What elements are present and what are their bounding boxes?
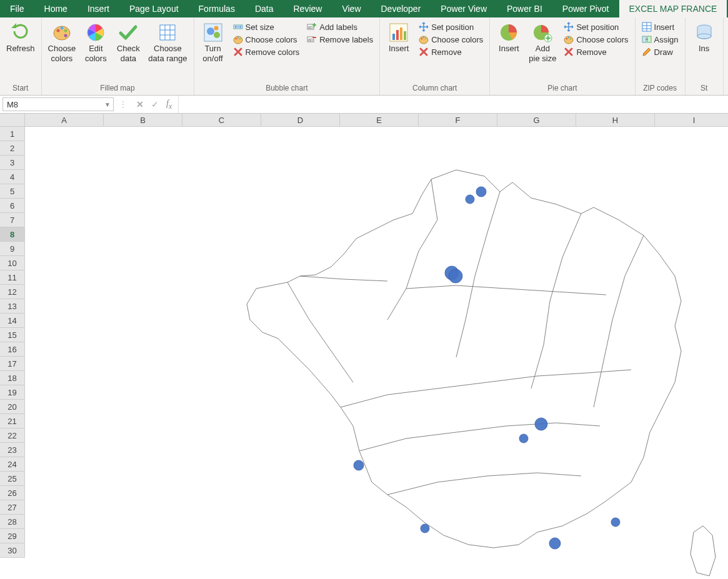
row-header[interactable]: 11 [0,270,25,285]
tab-power-bi[interactable]: Power BI [497,0,552,17]
bubble-remove-colors-button[interactable]: Remove colors [231,46,302,57]
column-header[interactable]: F [419,114,497,127]
row-header[interactable]: 6 [0,199,25,213]
bubble-point[interactable] [421,524,429,533]
row-header[interactable]: 26 [0,486,25,500]
row-header[interactable]: 28 [0,515,25,529]
group-shapes-label: St [689,82,719,94]
tab-excel-map-france[interactable]: EXCEL MAP FRANCE [619,0,727,17]
row-header[interactable]: 25 [0,472,25,486]
choose-colors-button[interactable]: Choose colors [46,20,79,64]
column-header[interactable]: D [261,114,340,127]
pie-add-size-button[interactable]: Add pie size [526,20,559,64]
bubble-point[interactable] [476,187,486,197]
tab-page-layout[interactable]: Page Layout [119,0,189,17]
check-data-button[interactable]: Check data [113,20,143,64]
tab-data[interactable]: Data [245,0,284,17]
formula-input[interactable] [178,96,728,113]
row-header[interactable]: 24 [0,457,25,472]
tab-review[interactable]: Review [284,0,332,17]
bubble-turn-onoff-button[interactable]: Turn on/off [198,20,228,64]
row-header[interactable]: 12 [0,285,25,299]
row-header[interactable]: 20 [0,400,25,414]
row-header[interactable]: 15 [0,328,25,342]
row-header[interactable]: 30 [0,543,25,558]
row-header[interactable]: 7 [0,213,25,227]
row-header[interactable]: 21 [0,414,25,428]
row-header[interactable]: 8 [0,227,25,242]
bubble-point[interactable] [535,418,547,430]
enter-check-icon[interactable]: ✓ [151,99,159,109]
tab-home[interactable]: Home [34,0,77,17]
tab-view[interactable]: View [332,0,371,17]
bubble-remove-labels-button[interactable]: abRemove labels [304,34,376,45]
bubble-set-size-button[interactable]: Set size [231,21,302,32]
zip-draw-button[interactable]: Draw [639,46,681,57]
remove-x-icon [233,47,243,57]
tab-formulas[interactable]: Formulas [189,0,245,17]
row-header[interactable]: 27 [0,500,25,515]
row-header[interactable]: 3 [0,156,25,170]
row-header[interactable]: 5 [0,184,25,199]
column-header[interactable]: A [25,114,104,127]
row-header[interactable]: 23 [0,443,25,457]
row-header[interactable]: 2 [0,141,25,156]
row-header[interactable]: 16 [0,342,25,357]
zip-insert-button[interactable]: Insert [639,21,681,32]
bubble-point[interactable] [519,434,528,443]
tab-power-pivot[interactable]: Power Pivot [552,0,619,17]
row-header[interactable]: 4 [0,170,25,184]
select-all-corner[interactable] [0,114,25,127]
palette-icon [52,22,72,42]
row-header[interactable]: 17 [0,357,25,371]
column-header[interactable]: G [497,114,576,127]
pencil-icon [642,47,652,57]
row-header[interactable]: 22 [0,428,25,443]
column-insert-button[interactable]: Insert [384,20,414,55]
row-header[interactable]: 9 [0,242,25,256]
zip-assign-button[interactable]: Assign [639,34,681,45]
bubble-point[interactable] [549,538,561,549]
column-header[interactable]: E [340,114,419,127]
fx-icon[interactable]: fx [166,99,172,111]
bubble-choose-colors-button[interactable]: Choose colors [231,34,302,45]
bubble-point[interactable] [611,518,620,527]
tab-power-view[interactable]: Power View [431,0,497,17]
tab-developer[interactable]: Developer [371,0,431,17]
row-header[interactable]: 14 [0,314,25,328]
bubble-point[interactable] [466,195,474,204]
column-header[interactable]: I [655,114,728,127]
column-headers: ABCDEFGHI [25,114,728,127]
edit-colors-button[interactable]: Edit colors [81,20,111,64]
bubble-point[interactable] [354,460,364,470]
france-map-chart[interactable] [244,145,728,579]
shapes-insert-button[interactable]: Ins [689,20,719,55]
column-choose-colors-button[interactable]: Choose colors [416,34,486,45]
pie-remove-button[interactable]: Remove [561,46,631,57]
choose-data-range-button[interactable]: Choose data range [146,20,189,64]
row-header[interactable]: 29 [0,529,25,543]
column-header[interactable]: C [182,114,261,127]
bubble-point[interactable] [449,269,462,283]
row-header[interactable]: 10 [0,256,25,270]
pie-set-position-button[interactable]: Set position [561,21,631,32]
pie-insert-button[interactable]: Insert [494,20,524,55]
chevron-down-icon[interactable]: ▼ [104,101,111,108]
bubble-add-labels-button[interactable]: abAdd labels [304,21,376,32]
column-header[interactable]: B [104,114,182,127]
tab-file[interactable]: File [0,0,34,17]
refresh-button[interactable]: Refresh [4,20,37,55]
column-set-position-button[interactable]: Set position [416,21,486,32]
column-remove-button[interactable]: Remove [416,46,486,57]
row-header[interactable]: 1 [0,127,25,141]
cancel-x-icon[interactable]: ✕ [136,99,144,109]
svg-point-2 [60,27,63,30]
svg-point-37 [566,38,568,40]
pie-choose-colors-button[interactable]: Choose colors [561,34,631,45]
tab-insert[interactable]: Insert [77,0,119,17]
name-box[interactable]: M8 ▼ [2,97,114,111]
row-header[interactable]: 13 [0,299,25,314]
row-header[interactable]: 19 [0,385,25,400]
column-header[interactable]: H [576,114,655,127]
row-header[interactable]: 18 [0,371,25,385]
